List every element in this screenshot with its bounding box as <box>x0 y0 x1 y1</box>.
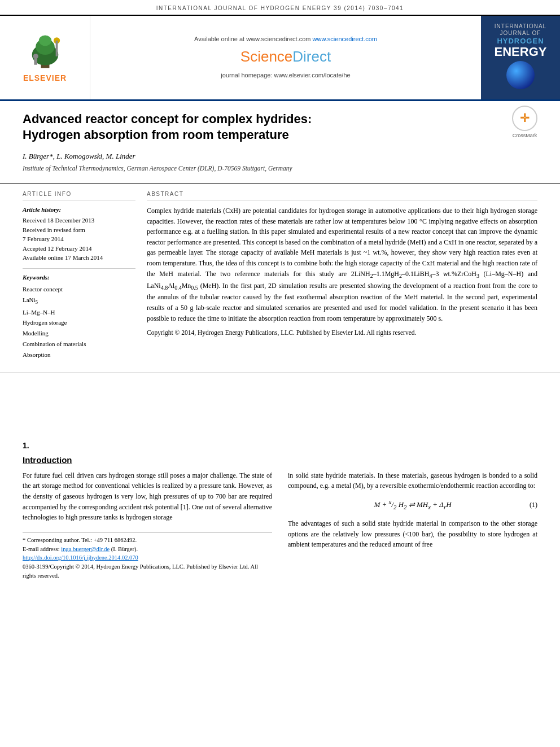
keywords-label: Keywords: <box>23 273 135 282</box>
abstract-copyright: Copyright © 2014, Hydrogen Energy Public… <box>147 328 537 337</box>
abstract-header: Abstract <box>147 190 537 201</box>
sciencedirect-url-link[interactable]: www.sciencedirect.com <box>313 36 377 42</box>
he-journal-name: InternationalJournal ofHYDROGEN <box>495 23 547 46</box>
bottom-copyright-note: 0360-3199/Copyright © 2014, Hydrogen Ene… <box>23 562 272 580</box>
keywords-group: Keywords: Reactor concept LaNi5 Li–Mg–N–… <box>23 273 135 360</box>
journal-homepage-text: journal homepage: www.elsevier.com/locat… <box>221 71 350 80</box>
email-link[interactable]: inga.buerger@dlr.de <box>61 546 110 552</box>
crossmark-badge[interactable]: ✛ CrossMark <box>512 106 537 139</box>
intro-right-text2: The advantages of such a solid state hyd… <box>288 518 537 550</box>
article-info-abstract-section: Article Info Article history: Received 1… <box>0 184 560 373</box>
equation-1-number: (1) <box>530 500 537 510</box>
intro-right-col: in solid state hydride materials. In the… <box>288 470 537 580</box>
keyword-hydrogen-storage: Hydrogen storage <box>23 317 135 328</box>
keyword-modelling: Modelling <box>23 328 135 339</box>
revised-date: 7 February 2014 <box>23 234 135 244</box>
main-content: 1. Introduction For future fuel cell dri… <box>0 429 560 591</box>
abstract-text: Complex hydride materials (CxH) are pote… <box>147 206 537 324</box>
equation-1-box: M + x/2 H2 ⇌ MHx + ΔrH (1) <box>288 498 537 512</box>
doi-link-note: http://dx.doi.org/10.1016/j.ijhydene.201… <box>23 553 272 562</box>
corresponding-author-note: * Corresponding author. Tel.: +49 711 68… <box>23 536 272 545</box>
article-title-section: Advanced reactor concept for complex hyd… <box>0 101 560 184</box>
keyword-reactor-concept: Reactor concept <box>23 284 135 295</box>
section-1-title: Introduction <box>23 454 537 466</box>
received-revised-label: Received in revised form <box>23 225 135 235</box>
hydrogen-energy-logo: InternationalJournal ofHYDROGEN ENERGY <box>481 16 560 99</box>
crossmark-label: CrossMark <box>512 132 537 139</box>
sciencedirect-logo-text: ScienceDirect <box>240 46 331 67</box>
section-1-number: 1. <box>23 440 537 452</box>
intro-left-col: For future fuel cell driven cars hydroge… <box>23 470 272 580</box>
available-online-text: Available online at www.sciencedirect.co… <box>194 35 377 43</box>
received-date: Received 18 December 2013 <box>23 216 135 225</box>
keyword-lani5: LaNi5 <box>23 295 135 307</box>
journal-title-text: International Journal of Hydrogen Energy… <box>156 5 404 11</box>
affiliation-text: Institute of Technical Thermodynamics, G… <box>23 164 537 173</box>
he-energy-text: ENERGY <box>495 46 547 58</box>
article-title: Advanced reactor concept for complex hyd… <box>23 111 501 143</box>
authors-text: I. Bürger*, L. Komogowski, M. Linder <box>23 151 537 161</box>
svg-rect-7 <box>34 59 37 65</box>
elsevier-wordmark: ELSEVIER <box>23 73 67 84</box>
article-info-header: Article Info <box>23 190 135 201</box>
keyword-li-mg-n-h: Li–Mg–N–H <box>23 307 135 318</box>
logo-banner: ELSEVIER Available online at www.science… <box>0 16 560 101</box>
two-column-layout: For future fuel cell driven cars hydroge… <box>23 470 537 580</box>
accepted-date: Accepted 12 February 2014 <box>23 244 135 254</box>
abstract-panel: Abstract Complex hydride materials (CxH)… <box>147 190 537 365</box>
article-info-panel: Article Info Article history: Received 1… <box>23 190 135 365</box>
equation-1: M + x/2 H2 ⇌ MHx + ΔrH <box>374 498 451 512</box>
svg-point-6 <box>33 54 38 59</box>
keyword-absorption: Absorption <box>23 350 135 360</box>
available-online-date: Available online 17 March 2014 <box>23 253 135 263</box>
spacer-area <box>0 373 560 429</box>
journal-header: International Journal of Hydrogen Energy… <box>0 0 560 16</box>
center-banner: Available online at www.sciencedirect.co… <box>90 16 481 99</box>
doi-link[interactable]: http://dx.doi.org/10.1016/j.ijhydene.201… <box>23 554 138 561</box>
info-divider <box>23 268 135 269</box>
he-globe-icon <box>506 61 535 89</box>
article-history-label: Article history: <box>23 206 135 214</box>
intro-right-text1: in solid state hydride materials. In the… <box>288 470 537 491</box>
footnotes-section: * Corresponding author. Tel.: +49 711 68… <box>23 532 272 580</box>
elsevier-logo-area: ELSEVIER <box>0 16 90 99</box>
crossmark-icon: ✛ <box>512 106 537 131</box>
svg-rect-5 <box>55 41 58 56</box>
svg-point-3 <box>38 35 51 46</box>
intro-left-text: For future fuel cell driven cars hydroge… <box>23 470 272 523</box>
article-history-group: Article history: Received 18 December 20… <box>23 206 135 263</box>
elsevier-tree-icon <box>17 31 73 71</box>
email-note: E-mail address: inga.buerger@dlr.de (I. … <box>23 545 272 554</box>
keyword-combination: Combination of materials <box>23 339 135 350</box>
